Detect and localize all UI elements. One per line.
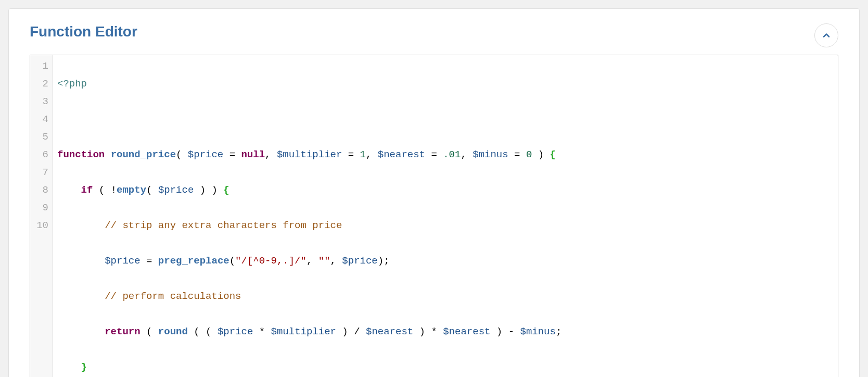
- code-line: }: [57, 358, 834, 376]
- line-number: 5: [30, 128, 48, 146]
- code-line: return ( round ( ( $price * $multiplier …: [57, 323, 834, 341]
- code-line: // perform calculations: [57, 287, 834, 305]
- line-number: 9: [30, 199, 48, 217]
- chevron-up-icon: [821, 30, 832, 41]
- code-line: $price = preg_replace("/[^0-9,.]/", "", …: [57, 252, 834, 270]
- code-line: function round_price( $price = null, $mu…: [57, 146, 834, 164]
- panel-title: Function Editor: [30, 23, 838, 40]
- line-number: 6: [30, 146, 48, 164]
- line-number: 8: [30, 181, 48, 199]
- code-line: [57, 110, 834, 128]
- code-line: // strip any extra characters from price: [57, 217, 834, 234]
- function-editor-panel: Function Editor 1 2 3 4 5 6 7 8 9 10 <?p…: [8, 8, 860, 377]
- line-number: 10: [30, 217, 48, 234]
- collapse-button[interactable]: [814, 23, 838, 47]
- line-number: 2: [30, 75, 48, 93]
- code-area[interactable]: <?php function round_price( $price = nul…: [53, 55, 838, 377]
- line-number: 4: [30, 110, 48, 128]
- line-number-gutter: 1 2 3 4 5 6 7 8 9 10: [30, 55, 53, 377]
- line-number: 3: [30, 93, 48, 110]
- code-line: <?php: [57, 75, 834, 93]
- code-line: if ( !empty( $price ) ) {: [57, 181, 834, 199]
- line-number: 1: [30, 57, 48, 75]
- line-number: 7: [30, 164, 48, 181]
- code-editor[interactable]: 1 2 3 4 5 6 7 8 9 10 <?php function roun…: [30, 55, 838, 377]
